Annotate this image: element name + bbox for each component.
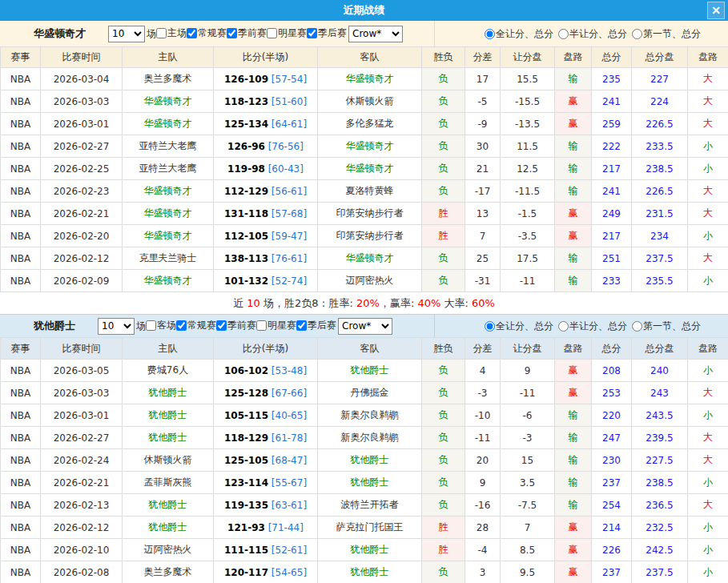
odds-mode-radio-label: 半让分、总分	[558, 27, 627, 41]
filter-checkbox[interactable]	[216, 320, 227, 331]
total-line-cell: 242.5	[632, 539, 688, 561]
handicap-result-cell: 输	[555, 449, 592, 472]
date-cell: 2026-02-23	[41, 180, 123, 203]
filter-checkbox[interactable]	[156, 28, 167, 38]
win-loss-cell: 负	[422, 382, 465, 404]
odds-mode-radio[interactable]	[558, 29, 569, 39]
home-team-cell: 费城76人	[123, 360, 214, 382]
point-diff-cell: 20	[465, 449, 501, 472]
filter-checkbox-text: 常规赛	[198, 26, 227, 40]
column-header: 赛事	[1, 47, 41, 68]
point-diff-cell: 17	[465, 68, 501, 90]
column-header: 胜负	[422, 47, 465, 68]
away-team-cell: 华盛顿奇才	[318, 68, 422, 90]
game-row: NBA2026-02-25亚特兰大老鹰119-98 [60-43]华盛顿奇才负2…	[1, 158, 728, 180]
odds-mode-radio[interactable]	[485, 29, 495, 39]
over-under-cell: 小	[688, 135, 728, 158]
games-count-select[interactable]: 10	[108, 26, 145, 42]
win-loss-cell: 负	[422, 561, 465, 583]
filter-checkbox[interactable]	[187, 28, 197, 38]
point-diff-cell: -3	[465, 382, 501, 404]
modal-title: 近期战绩	[344, 4, 385, 16]
total-points-cell: 259	[592, 113, 632, 135]
odds-mode-radio-text: 全让分、总分	[496, 27, 553, 41]
total-line-cell: 239.5	[632, 427, 688, 449]
column-header: 分差	[465, 47, 501, 68]
total-line-cell: 232.5	[632, 517, 688, 539]
handicap-line-cell: -11.5	[501, 180, 555, 203]
mode-select[interactable]: Crow*	[348, 26, 403, 42]
odds-mode-radio[interactable]	[632, 29, 642, 39]
odds-mode-radio-group: 全让分、总分半让分、总分第一节、总分	[435, 27, 728, 41]
mode-select[interactable]: Crow*	[338, 318, 392, 335]
close-button[interactable]: ✕	[707, 2, 725, 19]
handicap-line-cell: -15.5	[501, 90, 555, 113]
date-cell: 2026-03-03	[41, 90, 123, 113]
handicap-result-cell: 输	[555, 270, 592, 292]
away-team-cell: 休斯顿火箭	[318, 90, 422, 113]
date-cell: 2026-03-01	[41, 404, 123, 427]
column-header: 分差	[465, 338, 501, 360]
recent-results-modal: 近期战绩 ✕ 华盛顿奇才 10 场 主场常规赛季前赛明星赛季后赛 Crow* 全…	[0, 0, 728, 583]
handicap-result-cell: 赢	[555, 90, 592, 113]
column-header: 盘路	[688, 47, 728, 68]
away-team-cell: 华盛顿奇才	[318, 135, 422, 158]
filter-checkbox-text: 季前赛	[238, 26, 267, 40]
odds-mode-radio[interactable]	[632, 321, 642, 332]
point-diff-cell: -4	[465, 539, 501, 561]
away-team-cell: 新奥尔良鹈鹕	[318, 427, 422, 449]
total-points-cell: 220	[592, 404, 632, 427]
date-cell: 2026-03-04	[41, 68, 123, 90]
total-points-cell: 217	[592, 158, 632, 180]
handicap-result-cell: 输	[555, 494, 592, 517]
games-count-select[interactable]: 10	[98, 318, 135, 335]
filter-checkbox-text: 季后赛	[318, 26, 347, 40]
league-cell: NBA	[1, 494, 41, 517]
modal-titlebar: 近期战绩 ✕	[0, 0, 728, 21]
date-cell: 2026-02-12	[41, 247, 123, 270]
point-diff-cell: 30	[465, 135, 501, 158]
filter-checkbox[interactable]	[307, 28, 317, 38]
point-diff-cell: 7	[465, 225, 501, 247]
handicap-result-cell: 输	[555, 180, 592, 203]
filter-checkbox-label: 客场	[146, 319, 176, 332]
away-team-cell: 华盛顿奇才	[318, 247, 422, 270]
home-team-cell: 克里夫兰骑士	[123, 247, 214, 270]
odds-mode-radio-text: 第一节、总分	[643, 27, 701, 41]
score-cell: 119-135 [63-61]	[214, 494, 318, 517]
column-header: 比赛时间	[41, 47, 123, 68]
column-header: 盘路	[555, 338, 592, 360]
filter-checkbox[interactable]	[296, 320, 307, 331]
filter-checkbox[interactable]	[176, 320, 187, 331]
home-team-cell: 华盛顿奇才	[123, 270, 214, 292]
score-cell: 125-134 [64-61]	[214, 113, 318, 135]
filter-checkbox[interactable]	[267, 28, 277, 38]
total-line-cell: 238.5	[632, 472, 688, 494]
date-cell: 2026-02-12	[41, 517, 123, 539]
filter-checkbox[interactable]	[256, 320, 267, 331]
game-row: NBA2026-02-27亚特兰大老鹰126-96 [76-56]华盛顿奇才负3…	[1, 135, 728, 158]
over-under-cell: 大	[688, 180, 728, 203]
point-diff-cell: 4	[465, 360, 501, 382]
away-team-cell: 犹他爵士	[318, 360, 422, 382]
total-line-cell: 235.5	[632, 270, 688, 292]
home-team-cell: 奥兰多魔术	[123, 68, 214, 90]
filter-checkbox[interactable]	[227, 28, 237, 38]
handicap-result-cell: 赢	[555, 225, 592, 247]
league-cell: NBA	[1, 539, 41, 561]
league-cell: NBA	[1, 225, 41, 247]
date-cell: 2026-03-03	[41, 382, 123, 404]
date-cell: 2026-02-21	[41, 203, 123, 225]
home-team-cell: 犹他爵士	[123, 404, 214, 427]
filter-checkbox[interactable]	[146, 320, 156, 331]
game-row: NBA2026-02-21孟菲斯灰熊123-114 [55-67]犹他爵士负93…	[1, 472, 728, 494]
summary-text: 近	[233, 297, 247, 309]
handicap-line-cell: -11	[501, 382, 555, 404]
odds-mode-radio[interactable]	[558, 321, 569, 332]
odds-mode-radio-text: 半让分、总分	[569, 320, 627, 333]
odds-mode-radio[interactable]	[485, 321, 495, 332]
column-header: 胜负	[422, 338, 465, 360]
over-under-cell: 小	[688, 472, 728, 494]
league-cell: NBA	[1, 404, 41, 427]
over-under-cell: 大	[688, 68, 728, 90]
